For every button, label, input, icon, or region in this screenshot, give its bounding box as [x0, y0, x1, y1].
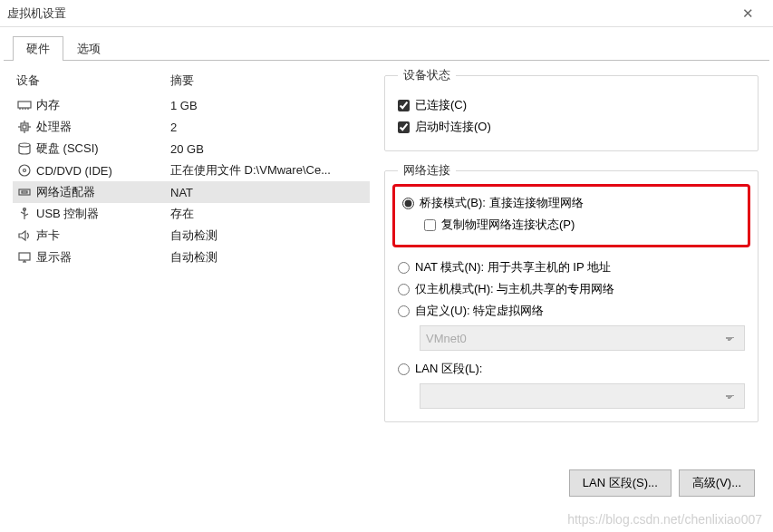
bridged-label[interactable]: 桥接模式(B): 直接连接物理网络 [420, 195, 584, 211]
device-list-panel: 设备 摘要 内存1 GB处理器2硬盘 (SCSI)20 GBCD/DVD (ID… [4, 62, 375, 522]
device-summary: 20 GB [170, 142, 204, 156]
disk-icon [16, 141, 33, 156]
device-row[interactable]: 处理器2 [13, 116, 370, 138]
device-summary: 存在 [170, 206, 194, 222]
settings-panel: 设备状态 已连接(C) 启动时连接(O) 网络连接 桥接模式(B): 直接连接物… [375, 62, 769, 522]
svg-point-12 [19, 165, 30, 176]
replicate-label[interactable]: 复制物理网络连接状态(P) [441, 217, 575, 233]
lan-segments-button[interactable]: LAN 区段(S)... [569, 469, 672, 497]
tab-hardware[interactable]: 硬件 [13, 36, 63, 61]
usb-icon [16, 207, 33, 221]
device-name: 声卡 [36, 227, 170, 244]
display-icon [16, 250, 33, 265]
nat-label[interactable]: NAT 模式(N): 用于共享主机的 IP 地址 [415, 259, 611, 276]
network-icon [16, 185, 33, 199]
svg-point-11 [19, 143, 30, 147]
device-row[interactable]: 声卡自动检测 [13, 225, 370, 247]
lan-segment-select[interactable] [420, 383, 745, 409]
replicate-checkbox[interactable] [424, 219, 436, 231]
svg-rect-5 [21, 123, 28, 131]
device-status-group: 设备状态 已连接(C) 启动时连接(O) [384, 67, 759, 151]
tab-options[interactable]: 选项 [63, 36, 114, 61]
network-legend: 网络连接 [398, 162, 456, 179]
network-connection-group: 网络连接 桥接模式(B): 直接连接物理网络 复制物理网络连接状态(P) NAT… [384, 162, 759, 422]
device-name: 显示器 [36, 249, 170, 266]
hostonly-label[interactable]: 仅主机模式(H): 与主机共享的专用网络 [415, 281, 614, 297]
device-row[interactable]: 显示器自动检测 [13, 247, 370, 268]
device-name: CD/DVD (IDE) [36, 164, 170, 178]
device-name: 内存 [36, 97, 170, 113]
hostonly-radio[interactable] [398, 284, 410, 295]
device-name: 处理器 [36, 119, 170, 135]
device-row[interactable]: USB 控制器存在 [13, 203, 370, 225]
nat-radio[interactable] [398, 262, 410, 274]
device-row[interactable]: 硬盘 (SCSI)20 GB [13, 138, 370, 160]
device-row[interactable]: 网络适配器NAT [13, 181, 370, 203]
memory-icon [16, 98, 33, 112]
device-name: USB 控制器 [36, 206, 170, 222]
device-summary: 正在使用文件 D:\VMware\Ce... [170, 162, 331, 179]
custom-label[interactable]: 自定义(U): 特定虚拟网络 [415, 303, 544, 319]
sound-icon [16, 228, 33, 243]
device-row[interactable]: 内存1 GB [13, 94, 370, 116]
device-summary: NAT [170, 186, 193, 199]
device-summary: 2 [170, 121, 177, 134]
tabs: 硬件 选项 [0, 27, 773, 61]
close-icon[interactable]: ✕ [730, 0, 766, 27]
device-name: 硬盘 (SCSI) [36, 140, 170, 157]
bridged-radio[interactable] [402, 198, 414, 209]
connected-checkbox[interactable] [398, 100, 410, 111]
header-device: 设备 [16, 73, 170, 89]
device-summary: 自动检测 [170, 227, 217, 244]
advanced-button[interactable]: 高级(V)... [679, 469, 755, 497]
lan-segment-radio[interactable] [398, 363, 410, 375]
device-list-header: 设备 摘要 [13, 71, 370, 94]
cpu-icon [16, 120, 33, 134]
device-status-legend: 设备状态 [398, 67, 456, 83]
svg-rect-15 [22, 191, 27, 193]
header-summary: 摘要 [170, 73, 194, 89]
lan-segment-label[interactable]: LAN 区段(L): [415, 361, 482, 377]
device-summary: 1 GB [170, 99, 198, 112]
connected-label[interactable]: 已连接(C) [415, 97, 467, 113]
cd-icon [16, 163, 33, 178]
custom-radio[interactable] [398, 305, 410, 317]
device-row[interactable]: CD/DVD (IDE)正在使用文件 D:\VMware\Ce... [13, 160, 370, 181]
connect-on-power-checkbox[interactable] [398, 121, 410, 133]
device-name: 网络适配器 [36, 184, 170, 200]
device-summary: 自动检测 [170, 249, 217, 266]
connect-on-power-label[interactable]: 启动时连接(O) [415, 119, 491, 135]
svg-point-13 [24, 169, 26, 172]
svg-rect-14 [19, 189, 30, 195]
highlight-box: 桥接模式(B): 直接连接物理网络 复制物理网络连接状态(P) [392, 184, 750, 247]
svg-rect-18 [19, 253, 30, 260]
svg-rect-6 [23, 125, 26, 129]
window-title: 虚拟机设置 [7, 5, 730, 22]
custom-vnet-select[interactable]: VMnet0 [420, 325, 745, 351]
svg-rect-0 [18, 102, 31, 108]
titlebar: 虚拟机设置 ✕ [0, 0, 773, 27]
